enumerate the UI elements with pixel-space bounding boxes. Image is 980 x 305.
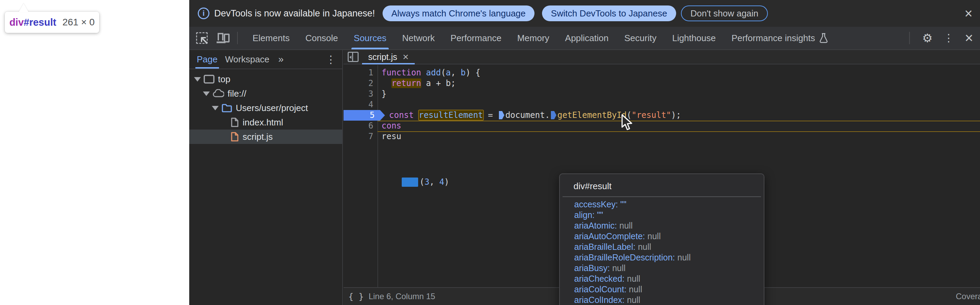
tab-performance[interactable]: Performance xyxy=(443,27,509,50)
line-number[interactable]: 3 xyxy=(344,89,377,99)
code-line-2: 2 return a + b; xyxy=(344,78,980,89)
navigator-tab-workspace[interactable]: Workspace xyxy=(225,50,270,69)
tab-application[interactable]: Application xyxy=(557,27,616,50)
element-dimensions: 261 × 0 xyxy=(62,17,94,28)
tab-sources[interactable]: Sources xyxy=(346,27,394,50)
editor-tab-script-js[interactable]: script.js × xyxy=(362,50,415,64)
tree-item-top[interactable]: top xyxy=(189,72,342,86)
tree-item-file-protocol[interactable]: file:// xyxy=(189,86,342,101)
settings-gear-icon[interactable]: ⚙ xyxy=(922,32,932,44)
tab-security[interactable]: Security xyxy=(617,27,665,50)
code-line-1: 1 function add(a, b) { xyxy=(344,67,980,78)
property-row: ariaChecked: null xyxy=(560,273,764,284)
tree-item-project-folder[interactable]: Users/user/project xyxy=(189,101,342,115)
property-row: align: "" xyxy=(560,210,764,220)
execution-pointer[interactable]: 5 xyxy=(344,110,385,121)
inline-breakpoint-marker[interactable] xyxy=(499,111,504,119)
info-icon: i xyxy=(198,8,209,19)
element-id: #result xyxy=(24,17,56,28)
property-row: ariaBrailleRoleDescription: null xyxy=(560,252,764,263)
navigator-tab-page[interactable]: Page xyxy=(197,50,218,69)
tooltip-arrow xyxy=(19,3,29,12)
tree-item-index-html[interactable]: index.html xyxy=(189,115,342,129)
inspected-page: div#result 261 × 0 xyxy=(0,0,189,305)
source-editor: script.js × 1 function add(a, b) { 2 ret… xyxy=(344,50,980,305)
chevron-down-icon xyxy=(194,77,201,81)
hovered-variable[interactable]: resultElement xyxy=(419,110,483,120)
selection-highlight xyxy=(402,177,418,187)
navigator-header: Page Workspace » ⋮ xyxy=(189,50,342,69)
pretty-print-icon[interactable]: { } xyxy=(348,292,364,302)
property-row: ariaColIndex: null xyxy=(560,295,764,305)
code-line-5: 5 const resultElement = document.getElem… xyxy=(344,110,980,121)
hide-navigator-icon[interactable] xyxy=(348,52,359,62)
line-number[interactable]: 7 xyxy=(344,131,377,142)
element-selector: div#result xyxy=(9,17,56,28)
property-row: ariaColCount: null xyxy=(560,284,764,295)
notification-close-icon[interactable]: × xyxy=(965,6,972,20)
tree-item-script-js[interactable]: script.js xyxy=(189,129,342,144)
notification-bar: i DevTools is now available in Japanese!… xyxy=(189,0,980,27)
chevron-down-icon xyxy=(203,91,210,96)
popover-divider xyxy=(563,196,761,197)
devtools-close-icon[interactable]: × xyxy=(965,31,973,45)
editor-tabstrip: script.js × xyxy=(344,50,980,64)
tab-close-icon[interactable]: × xyxy=(403,52,409,62)
more-tabs-icon[interactable]: » xyxy=(278,54,284,65)
notification-message: DevTools is now available in Japanese! xyxy=(214,8,375,19)
tab-console[interactable]: Console xyxy=(298,27,345,50)
line-number[interactable]: 2 xyxy=(344,78,377,89)
navigator-panel: Page Workspace » ⋮ top file:// xyxy=(189,50,343,305)
code-line-4: 4 xyxy=(344,99,980,110)
property-row: ariaAtomic: null xyxy=(560,220,764,231)
inspect-element-icon[interactable] xyxy=(196,32,208,44)
toolbar-right-controls: ⚙ ⋮ × xyxy=(902,31,980,45)
frame-icon xyxy=(204,74,215,84)
object-preview-popover: div#result accessKey: "" align: "" ariaA… xyxy=(559,173,764,305)
code-line-7: 7 resu xyxy=(344,131,980,142)
tab-memory[interactable]: Memory xyxy=(509,27,557,50)
device-toolbar-icon[interactable] xyxy=(216,32,230,44)
switch-devtools-japanese-button[interactable]: Switch DevTools to Japanese xyxy=(542,5,676,21)
line-number[interactable]: 4 xyxy=(344,99,377,110)
inline-breakpoint-marker[interactable] xyxy=(551,111,556,119)
popover-title: div#result xyxy=(573,181,764,192)
element-size-tooltip: div#result 261 × 0 xyxy=(5,12,99,33)
dont-show-again-button[interactable]: Don't show again xyxy=(681,5,768,21)
devtools-toolbar: Elements Console Sources Network Perform… xyxy=(189,27,980,50)
call-args-text: ((3, 4)3, 4) xyxy=(420,177,449,187)
property-row: accessKey: "" xyxy=(560,199,764,210)
file-tree: top file:// Users/user/project index.htm… xyxy=(189,69,342,144)
file-icon xyxy=(230,132,239,142)
panel-tabs: Elements Console Sources Network Perform… xyxy=(245,27,836,50)
mouse-cursor xyxy=(621,114,636,131)
cursor-position: Line 6, Column 15 xyxy=(369,292,435,301)
screenshot-root: div#result 261 × 0 i DevTools is now ava… xyxy=(0,0,980,305)
match-chrome-language-button[interactable]: Always match Chrome's language xyxy=(383,5,535,21)
cloud-icon xyxy=(213,89,224,98)
property-row: ariaBrailleLabel: null xyxy=(560,241,764,252)
toolbar-divider xyxy=(237,32,238,44)
devtools-window: i DevTools is now available in Japanese!… xyxy=(189,0,980,305)
line-number[interactable]: 1 xyxy=(344,67,377,78)
element-tag: div xyxy=(9,17,24,28)
property-row: ariaBusy: null xyxy=(560,263,764,273)
code-line-6: 6 cons ((3, 4)3, 4) xyxy=(344,121,980,131)
tab-network[interactable]: Network xyxy=(394,27,442,50)
tab-elements[interactable]: Elements xyxy=(245,27,298,50)
file-icon xyxy=(230,117,239,128)
navigator-menu-icon[interactable]: ⋮ xyxy=(326,53,336,65)
overflow-menu-icon[interactable]: ⋮ xyxy=(943,33,954,43)
tab-performance-insights[interactable]: Performance insights xyxy=(724,27,836,50)
property-row: ariaAutoComplete: null xyxy=(560,231,764,241)
flask-icon xyxy=(819,33,828,43)
chevron-down-icon xyxy=(212,106,219,110)
coverage-status: Coverage: n/a xyxy=(956,292,980,301)
continue-to-marker[interactable]: return xyxy=(391,78,421,88)
line-number[interactable]: 6 xyxy=(344,121,377,131)
folder-icon xyxy=(221,103,232,113)
code-line-3: 3 } xyxy=(344,89,980,99)
tab-lighthouse[interactable]: Lighthouse xyxy=(664,27,723,50)
